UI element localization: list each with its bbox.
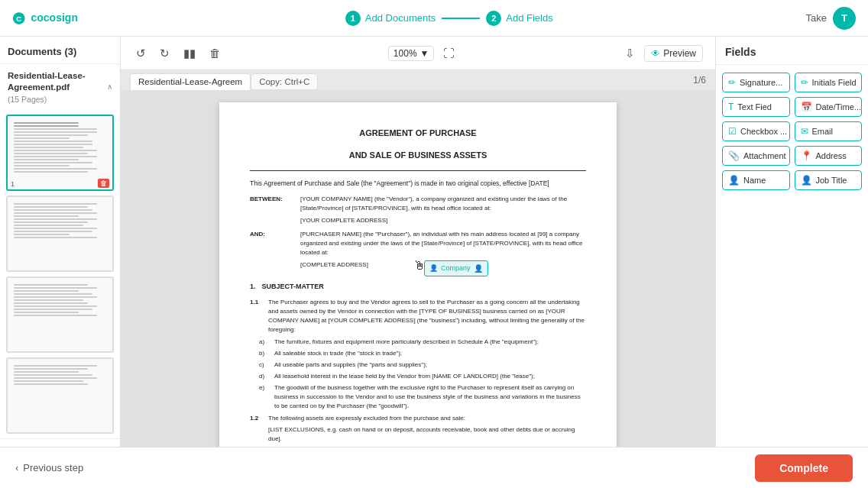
undo-button[interactable]: ↺ — [133, 44, 149, 63]
preview-button[interactable]: 👁 Preview — [644, 45, 703, 62]
field-attachment-label: Attachment — [743, 151, 786, 160]
download-button[interactable]: ⇩ — [622, 44, 638, 63]
section1-title: SUBJECT-MATTER — [262, 282, 324, 292]
doc-1-pages: (15 Pages) — [8, 95, 107, 104]
step-2: 2 Add Fields — [486, 11, 552, 26]
thumb-page-num: 1 — [11, 180, 15, 188]
step-1-circle: 1 — [345, 11, 361, 26]
doc-thumb-1[interactable]: 1 🗑 — [6, 115, 114, 191]
field-text[interactable]: T Text Fied — [722, 97, 790, 117]
field-signature-label: Signature... — [740, 78, 782, 87]
field-name[interactable]: 👤 Name — [722, 170, 790, 190]
company-field-icon: 👤 — [429, 263, 438, 274]
doc-item-1-1: 1.1 The Purchaser agrees to buy and the … — [250, 298, 586, 334]
redo-button[interactable]: ↻ — [157, 44, 173, 63]
field-checkbox[interactable]: ☑ Checkbox ... — [722, 121, 790, 141]
doc-thumb-4[interactable] — [6, 357, 114, 434]
field-initials[interactable]: ✏ Initials Field — [795, 73, 863, 92]
delete-button[interactable]: 🗑 — [206, 44, 224, 63]
previous-step-label: Previous step — [23, 462, 83, 473]
sub-item-c-label: c) — [259, 360, 270, 370]
avatar[interactable]: T — [833, 7, 856, 30]
sub-item-c-text: All useable parts and supplies (the "par… — [274, 360, 427, 370]
and-text: [PURCHASER NAME] (the "Purchaser"), an i… — [300, 230, 586, 257]
sub-item-e-label: e) — [259, 383, 270, 411]
topbar-right: Take T — [806, 7, 856, 30]
field-address[interactable]: 📍 Address — [795, 146, 863, 166]
logo: C cocosign — [12, 8, 92, 29]
step-1-label: Add Documents — [365, 12, 436, 24]
doc-item-1-2: 1.2 The following assets are expressly e… — [250, 414, 586, 444]
copy-tooltip: Copy: Ctrl+C — [251, 73, 318, 90]
field-jobtitle[interactable]: 👤 Job Title — [795, 170, 863, 190]
step-connector — [442, 18, 480, 19]
toolbar-right: ⇩ 👁 Preview — [622, 44, 703, 63]
datetime-icon: 📅 — [801, 102, 812, 112]
field-name-label: Name — [743, 176, 766, 185]
fullscreen-button[interactable]: ⛶ — [440, 44, 458, 63]
doc-intro: This Agreement of Purchase and Sale (the… — [250, 179, 586, 189]
doc-thumb-2[interactable] — [6, 196, 114, 272]
sub-item-d-label: d) — [259, 372, 270, 381]
field-email-label: Email — [812, 127, 834, 136]
sub-item-a: a) The furniture, fixtures and equipment… — [259, 338, 586, 347]
field-datetime[interactable]: 📅 Date/Time... — [795, 97, 863, 117]
company-field-label: Company — [441, 263, 471, 274]
company-field-person-icon: 👤 — [474, 263, 483, 274]
step-1: 1 Add Documents — [345, 11, 436, 26]
field-signature[interactable]: ✏ Signature... — [722, 73, 790, 92]
doc-content[interactable]: 👤 Company 👤 🖱 AGREEMENT OF PURCHASE AND … — [121, 90, 715, 447]
previous-step-button[interactable]: ‹ Previous step — [15, 462, 83, 473]
section1-num: 1. — [250, 282, 256, 292]
doc-tab-1[interactable]: Residential-Lease-Agreem — [130, 73, 251, 90]
doc-between-section: BETWEEN: [YOUR COMPANY NAME] (the "Vendo… — [250, 195, 586, 225]
thumb-delete-icon[interactable]: 🗑 — [98, 179, 109, 188]
sub-item-d: d) All leasehold interest in the lease h… — [259, 372, 586, 381]
sub-item-c: c) All useable parts and supplies (the "… — [259, 360, 586, 370]
item-1-2-text: The following assets are expressly exclu… — [268, 414, 586, 423]
doc-1-chevron-up-icon: ∧ — [107, 82, 112, 91]
sub-item-d-text: All leasehold interest in the lease held… — [274, 372, 535, 381]
preview-label: Preview — [663, 48, 696, 59]
svg-text:C: C — [16, 14, 21, 22]
doc-page: 👤 Company 👤 🖱 AGREEMENT OF PURCHASE AND … — [219, 102, 617, 447]
field-datetime-label: Date/Time... — [816, 102, 862, 111]
exclusions-text: [LIST EXCLUSIONS, e.g. cash on hand or o… — [268, 425, 586, 444]
fields-grid: ✏ Signature... ✏ Initials Field T Text F… — [716, 65, 868, 198]
svg-text:cocosign: cocosign — [31, 11, 78, 24]
doc-thumb-3[interactable] — [6, 276, 114, 353]
company-field-overlay[interactable]: 👤 Company 👤 — [424, 260, 488, 276]
zoom-chevron-down-icon: ▼ — [420, 48, 429, 59]
signature-icon: ✏ — [728, 77, 736, 88]
field-attachment[interactable]: 📎 Attachment — [722, 146, 790, 166]
toolbar: ↺ ↻ ▮▮ 🗑 100% ▼ ⛶ ⇩ 👁 Preview — [121, 37, 715, 70]
doc-1-title: Residential-Lease-Agreement.pdf — [8, 70, 107, 93]
between-text: [YOUR COMPANY NAME] (the "Vendor"), a co… — [300, 195, 586, 213]
copy-button[interactable]: ▮▮ — [180, 44, 199, 63]
doc-group-1-header[interactable]: Residential-Lease-Agreement.pdf (15 Page… — [0, 64, 120, 110]
sub-item-e-text: The goodwill of the business together wi… — [274, 383, 586, 411]
prev-arrow-icon: ‹ — [15, 462, 18, 473]
field-email[interactable]: ✉ Email — [795, 121, 863, 141]
zoom-value: 100% — [394, 48, 417, 59]
complete-button[interactable]: Complete — [755, 454, 853, 482]
item-1-1-text: The Purchaser agrees to buy and the Vend… — [268, 298, 586, 334]
zoom-control[interactable]: 100% ▼ — [388, 46, 435, 61]
main-layout: Documents (3) Residential-Lease-Agreemen… — [0, 37, 868, 447]
doc-1-thumbs: 1 🗑 — [0, 110, 120, 438]
jobtitle-icon: 👤 — [801, 175, 812, 186]
sub-item-e: e) The goodwill of the business together… — [259, 383, 586, 411]
doc-tabs-bar: Residential-Lease-Agreem Copy: Ctrl+C 1/… — [121, 70, 715, 90]
checkbox-icon: ☑ — [728, 126, 737, 137]
fields-header: Fields — [716, 37, 868, 65]
and-label: AND: — [250, 230, 288, 270]
toolbar-center: 100% ▼ ⛶ — [388, 44, 458, 63]
doc-group-2: General Bill of Sale.pdf (7 Pages) ∨ — [0, 439, 120, 447]
sub-item-b: b) All saleable stock in trade (the "sto… — [259, 349, 586, 358]
doc-group-2-header[interactable]: General Bill of Sale.pdf (7 Pages) ∨ — [0, 439, 120, 447]
sub-item-b-text: All saleable stock in trade (the "stock … — [274, 349, 402, 358]
doc-and-section: AND: [PURCHASER NAME] (the "Purchaser"),… — [250, 230, 586, 270]
doc-title-line2: AND SALE OF BUSINESS ASSETS — [250, 149, 586, 162]
doc-tabs-left: Residential-Lease-Agreem Copy: Ctrl+C — [130, 73, 318, 90]
field-address-label: Address — [816, 151, 847, 160]
